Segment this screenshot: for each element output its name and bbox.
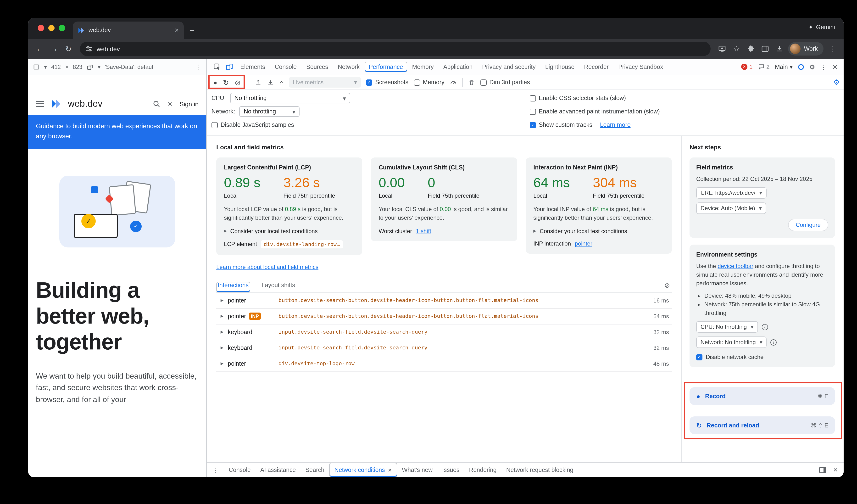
tab-performance[interactable]: Performance bbox=[364, 62, 407, 72]
worst-cluster-link[interactable]: 1 shift bbox=[416, 228, 431, 235]
interaction-row[interactable]: keyboard input.devsite-search-field.devs… bbox=[216, 340, 672, 356]
drawer-tab-network-conditions[interactable]: Network conditions bbox=[329, 463, 397, 477]
configure-button[interactable]: Configure bbox=[788, 219, 828, 231]
inspect-icon[interactable] bbox=[211, 61, 223, 72]
context-selector[interactable]: Main bbox=[775, 63, 793, 70]
tab-privacy-sandbox[interactable]: Privacy Sandbox bbox=[614, 59, 668, 75]
tab-close-icon[interactable] bbox=[175, 27, 179, 33]
url-select[interactable]: URL: https://web.dev/ bbox=[696, 187, 767, 199]
inp-test-conditions-expander[interactable]: Consider your local test conditions bbox=[533, 228, 664, 235]
load-profile-icon[interactable] bbox=[255, 79, 262, 86]
device-toolbar-link[interactable]: device toolbar bbox=[718, 263, 753, 269]
back-button[interactable] bbox=[33, 42, 46, 55]
browser-tab[interactable]: web.dev bbox=[73, 21, 184, 39]
viewport-preset-caret-icon[interactable] bbox=[44, 63, 47, 70]
interaction-row[interactable]: pointer button.devsite-search-button.dev… bbox=[216, 293, 672, 309]
interaction-row[interactable]: keyboard input.devsite-search-field.devs… bbox=[216, 324, 672, 340]
tab-network[interactable]: Network bbox=[333, 59, 365, 75]
viewport-height-value[interactable]: 823 bbox=[73, 63, 82, 70]
tab-layout-shifts[interactable]: Layout shifts bbox=[261, 282, 296, 292]
network-condition-value[interactable]: 'Save-Data': defaul bbox=[105, 63, 153, 70]
close-window-button[interactable] bbox=[38, 25, 44, 31]
close-devtools-icon[interactable] bbox=[833, 63, 838, 71]
site-brand[interactable]: web.dev bbox=[68, 99, 102, 109]
browser-menu-icon[interactable] bbox=[825, 42, 839, 55]
expand-arrow-icon[interactable] bbox=[216, 362, 228, 366]
extensions-icon[interactable] bbox=[744, 42, 757, 55]
install-icon[interactable] bbox=[716, 42, 729, 55]
drawer-tab-console[interactable]: Console bbox=[224, 463, 255, 477]
info-icon[interactable] bbox=[771, 339, 777, 345]
drawer-tab-close-icon[interactable] bbox=[388, 467, 392, 473]
drawer-tab-network-request-blocking[interactable]: Network request blocking bbox=[502, 463, 578, 477]
record-icon[interactable] bbox=[214, 79, 217, 85]
live-metrics-home-icon[interactable] bbox=[280, 79, 284, 86]
reload-button[interactable] bbox=[62, 42, 75, 55]
sidebar-cpu-select[interactable]: CPU: No throttling bbox=[696, 321, 758, 333]
error-badge[interactable]: 1 bbox=[741, 63, 753, 70]
drawer-tab-rendering[interactable]: Rendering bbox=[464, 463, 501, 477]
record-and-reload-button[interactable]: Record and reload ⌘ ⇧ E bbox=[690, 416, 835, 434]
tab-application[interactable]: Application bbox=[439, 59, 477, 75]
lcp-test-conditions-expander[interactable]: Consider your local test conditions bbox=[224, 228, 355, 235]
viewport-width-value[interactable]: 412 bbox=[51, 63, 61, 70]
info-icon[interactable] bbox=[761, 324, 768, 330]
disable-cache-checkbox[interactable]: Disable network cache bbox=[696, 354, 828, 360]
sign-in-link[interactable]: Sign in bbox=[180, 100, 199, 107]
network-conditions-icon[interactable] bbox=[450, 79, 457, 86]
menu-icon[interactable] bbox=[36, 101, 44, 107]
issues-badge[interactable]: 2 bbox=[758, 63, 770, 70]
tab-lighthouse[interactable]: Lighthouse bbox=[540, 59, 579, 75]
webdev-logo-icon[interactable] bbox=[50, 98, 62, 110]
drawer-tab-search[interactable]: Search bbox=[301, 463, 329, 477]
new-tab-button[interactable] bbox=[189, 26, 195, 35]
paint-instrumentation-checkbox[interactable]: Enable advanced paint instrumentation (s… bbox=[530, 108, 660, 115]
devtools-menu-icon[interactable] bbox=[820, 63, 827, 71]
css-selector-stats-checkbox[interactable]: Enable CSS selector stats (slow) bbox=[530, 95, 626, 101]
lcp-element-chip[interactable]: div.devsite-landing-row-ite… bbox=[261, 240, 343, 248]
forward-button[interactable] bbox=[47, 42, 61, 55]
capture-settings-gear-icon[interactable] bbox=[833, 78, 840, 87]
collect-garbage-icon[interactable] bbox=[468, 79, 475, 86]
show-custom-tracks-checkbox[interactable]: Show custom tracks Learn more bbox=[530, 121, 631, 128]
memory-checkbox[interactable]: Memory bbox=[414, 79, 444, 86]
tab-elements[interactable]: Elements bbox=[235, 59, 270, 75]
inp-interaction-link[interactable]: pointer bbox=[575, 240, 592, 247]
disable-js-samples-checkbox[interactable]: Disable JavaScript samples bbox=[212, 121, 294, 128]
viewport-preset-icon[interactable] bbox=[33, 63, 40, 70]
devtools-settings-icon[interactable] bbox=[809, 63, 815, 71]
site-settings-icon[interactable] bbox=[86, 46, 93, 52]
network-throttling-select[interactable]: No throttling bbox=[239, 106, 300, 117]
record-button[interactable]: Record ⌘ E bbox=[690, 387, 835, 405]
gemini-chip[interactable]: Gemini bbox=[808, 24, 835, 31]
screenshots-checkbox[interactable]: Screenshots bbox=[366, 79, 408, 86]
cpu-throttling-select[interactable]: No throttling bbox=[230, 93, 350, 103]
tab-interactions[interactable]: Interactions bbox=[216, 282, 250, 292]
target-icon[interactable] bbox=[798, 64, 804, 70]
tab-privacy-security[interactable]: Privacy and security bbox=[477, 59, 540, 75]
drawer-tab-issues[interactable]: Issues bbox=[437, 463, 464, 477]
drawer-tab-ai-assistance[interactable]: AI assistance bbox=[255, 463, 301, 477]
expand-arrow-icon[interactable] bbox=[216, 346, 228, 350]
dock-side-icon[interactable] bbox=[819, 467, 826, 473]
learn-more-link[interactable]: Learn more bbox=[600, 121, 631, 128]
tab-memory[interactable]: Memory bbox=[407, 59, 439, 75]
clear-interactions-icon[interactable] bbox=[662, 282, 672, 292]
zoom-caret-icon[interactable] bbox=[98, 63, 100, 70]
learn-more-metrics-link[interactable]: Learn more about local and field metrics bbox=[216, 264, 318, 270]
tab-sources[interactable]: Sources bbox=[301, 59, 333, 75]
rotate-viewport-icon[interactable] bbox=[87, 63, 93, 70]
theme-toggle-icon[interactable] bbox=[167, 99, 173, 108]
zoom-window-button[interactable] bbox=[59, 25, 65, 31]
save-profile-icon[interactable] bbox=[267, 79, 274, 86]
drawer-tab-whats-new[interactable]: What's new bbox=[397, 463, 437, 477]
device-toolbar-menu-icon[interactable] bbox=[195, 63, 201, 71]
drawer-menu-icon[interactable] bbox=[213, 466, 219, 474]
downloads-icon[interactable] bbox=[773, 42, 786, 55]
bookmark-star-icon[interactable] bbox=[730, 42, 743, 55]
clear-icon[interactable] bbox=[235, 79, 241, 86]
tab-console[interactable]: Console bbox=[270, 59, 301, 75]
side-panel-icon[interactable] bbox=[758, 42, 772, 55]
address-bar[interactable]: web.dev bbox=[80, 41, 710, 56]
record-and-reload-icon[interactable] bbox=[223, 79, 229, 86]
